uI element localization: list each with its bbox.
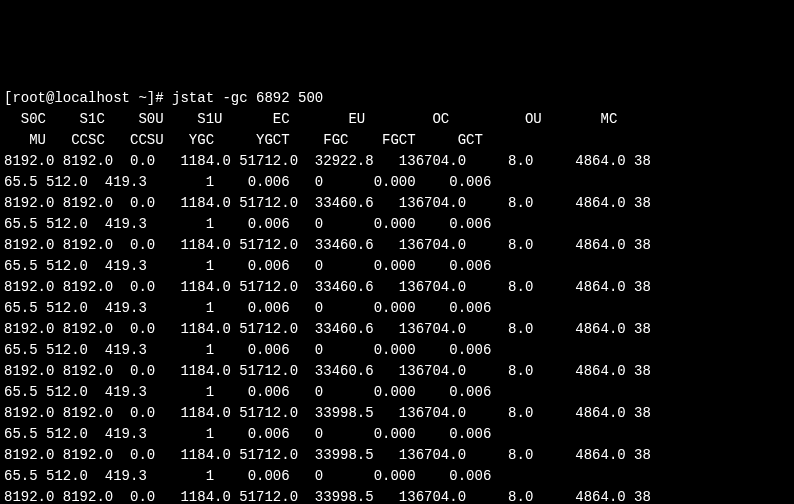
table-row: 8192.0 8192.0 0.0 1184.0 51712.0 33460.6…: [4, 361, 790, 382]
table-row: 8192.0 8192.0 0.0 1184.0 51712.0 33460.6…: [4, 277, 790, 298]
table-row: 65.5 512.0 419.3 1 0.006 0 0.000 0.006: [4, 256, 790, 277]
table-row: 8192.0 8192.0 0.0 1184.0 51712.0 33460.6…: [4, 235, 790, 256]
table-row: 8192.0 8192.0 0.0 1184.0 51712.0 33460.6…: [4, 319, 790, 340]
table-header-1: S0C S1C S0U S1U EC EU OC OU MC: [4, 109, 790, 130]
table-row: 8192.0 8192.0 0.0 1184.0 51712.0 32922.8…: [4, 151, 790, 172]
table-row: 8192.0 8192.0 0.0 1184.0 51712.0 33998.5…: [4, 403, 790, 424]
command-text: jstat -gc 6892 500: [172, 90, 323, 106]
table-row: 65.5 512.0 419.3 1 0.006 0 0.000 0.006: [4, 466, 790, 487]
command-line[interactable]: [root@localhost ~]# jstat -gc 6892 500: [4, 88, 790, 109]
table-row: 8192.0 8192.0 0.0 1184.0 51712.0 33998.5…: [4, 487, 790, 504]
table-row: 65.5 512.0 419.3 1 0.006 0 0.000 0.006: [4, 214, 790, 235]
table-row: 8192.0 8192.0 0.0 1184.0 51712.0 33460.6…: [4, 193, 790, 214]
table-row: 65.5 512.0 419.3 1 0.006 0 0.000 0.006: [4, 340, 790, 361]
table-row: 65.5 512.0 419.3 1 0.006 0 0.000 0.006: [4, 298, 790, 319]
shell-prompt: [root@localhost ~]#: [4, 90, 172, 106]
table-row: 8192.0 8192.0 0.0 1184.0 51712.0 33998.5…: [4, 445, 790, 466]
table-row: 65.5 512.0 419.3 1 0.006 0 0.000 0.006: [4, 172, 790, 193]
terminal-output[interactable]: [root@localhost ~]# jstat -gc 6892 500 S…: [4, 88, 790, 504]
table-row: 65.5 512.0 419.3 1 0.006 0 0.000 0.006: [4, 424, 790, 445]
table-header-2: MU CCSC CCSU YGC YGCT FGC FGCT GCT: [4, 130, 790, 151]
table-row: 65.5 512.0 419.3 1 0.006 0 0.000 0.006: [4, 382, 790, 403]
